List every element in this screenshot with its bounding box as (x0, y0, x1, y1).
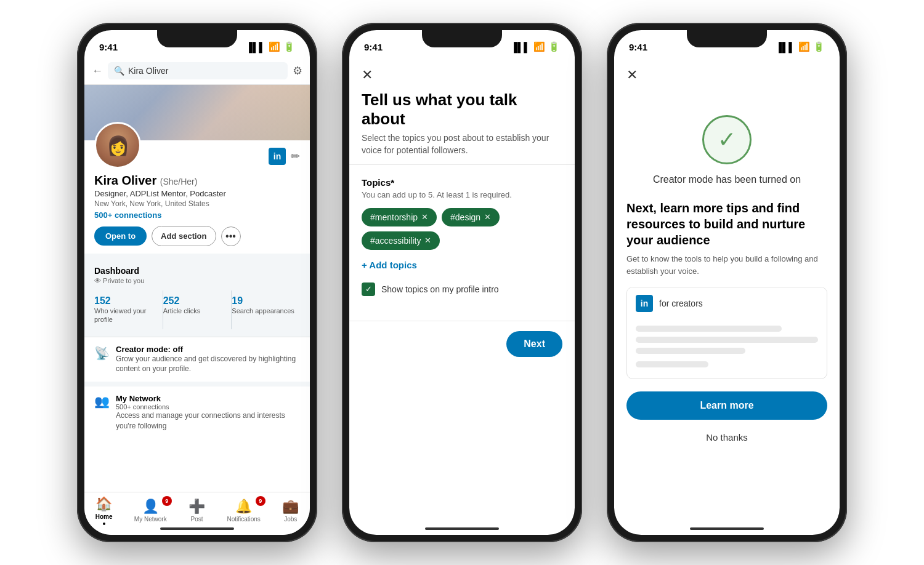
stat-number-2: 252 (163, 295, 232, 307)
back-button[interactable]: ← (92, 65, 103, 78)
success-icon: ✓ (702, 115, 752, 164)
tag-design-label: #design (450, 212, 480, 222)
learn-more-button[interactable]: Learn more (626, 391, 827, 420)
time-3: 9:41 (629, 42, 647, 52)
profile-name: Kira Oliver (She/Her) (94, 174, 300, 188)
network-subtitle: 500+ connections (116, 403, 300, 411)
topics-tags: #mentorship ✕ #design ✕ #accessibility ✕ (362, 208, 562, 250)
profile-title: Designer, ADPList Mentor, Podcaster (94, 189, 300, 198)
profile-connections[interactable]: 500+ connections (94, 210, 300, 220)
notch-3 (687, 30, 767, 47)
home-indicator-1 (160, 527, 234, 530)
success-message: Creator mode has been turned on (626, 174, 827, 185)
more-options-button[interactable]: ••• (221, 226, 241, 246)
tag-accessibility-remove[interactable]: ✕ (424, 236, 431, 245)
phone-3: 9:41 ▐▌▌ 📶 🔋 ✕ ✓ Creator mode has been t… (607, 23, 847, 542)
stat-article-clicks[interactable]: 252 Article clicks (163, 291, 232, 329)
topics-modal-subtitle: Select the topics you post about to esta… (362, 132, 562, 156)
linkedin-badge: in (269, 148, 286, 165)
network-desc: Access and manage your connections and i… (116, 411, 300, 431)
home-indicator-2 (425, 527, 499, 530)
wifi-icon: 📶 (269, 41, 280, 52)
tag-mentorship[interactable]: #mentorship ✕ (362, 208, 437, 226)
home-indicator-3 (690, 527, 764, 530)
next-button[interactable]: Next (506, 331, 562, 357)
avatar: 👩 (94, 122, 141, 169)
skeleton-line-3 (636, 348, 745, 354)
resource-card: in for creators (626, 287, 827, 379)
show-topics-row[interactable]: ✓ Show topics on my profile intro (362, 282, 562, 296)
creator-mode-icon: 📡 (94, 346, 110, 361)
search-input-wrapper[interactable]: 🔍 Kira Oliver (108, 62, 288, 79)
profile-pronouns: (She/Her) (160, 177, 198, 186)
dashboard-subtitle: 👁 Private to you (94, 277, 300, 284)
wifi-icon-2: 📶 (533, 41, 545, 52)
open-to-button[interactable]: Open to (94, 226, 147, 246)
stat-label-3: Search appearances (232, 307, 300, 315)
edit-icon[interactable]: ✏ (291, 150, 300, 163)
topics-modal-title: Tell us what you talk about (362, 90, 562, 129)
settings-icon[interactable]: ⚙ (293, 64, 302, 78)
search-input[interactable]: Kira Oliver (128, 66, 168, 76)
skeleton-line-1 (636, 326, 782, 332)
signal-icon-2: ▐▌▌ (511, 42, 530, 52)
battery-icon-2: 🔋 (548, 41, 560, 52)
stat-label-2: Article clicks (163, 307, 232, 315)
battery-icon-3: 🔋 (813, 41, 825, 52)
show-topics-checkbox[interactable]: ✓ (362, 282, 375, 296)
notch-2 (422, 30, 502, 47)
dashboard-title: Dashboard (94, 266, 300, 276)
network-title: My Network (116, 394, 300, 403)
creator-mode-desc: Grow your audience and get discovered by… (116, 354, 300, 375)
stats-row: 152 Who viewed your profile 252 Article … (94, 291, 300, 329)
signal-icon: ▐▌▌ (246, 42, 265, 52)
tag-mentorship-remove[interactable]: ✕ (421, 212, 428, 222)
add-section-button[interactable]: Add section (152, 226, 216, 246)
creator-mode-title: Creator mode: off (116, 345, 300, 354)
topics-modal-body: Topics* You can add up to 5. At least 1 … (349, 165, 575, 321)
tag-design[interactable]: #design ✕ (442, 208, 500, 226)
linkedin-badge-small: in (636, 295, 653, 312)
tag-accessibility-label: #accessibility (370, 236, 421, 246)
topics-label: Topics* (362, 177, 562, 188)
signal-icon-3: ▐▌▌ (776, 42, 795, 52)
close-button-2[interactable]: ✕ (362, 67, 373, 82)
profile-section: 👩 in ✏ Kira Oliver (She/Her) Designer, A… (84, 122, 310, 258)
no-thanks-button[interactable]: No thanks (626, 428, 827, 446)
stat-number-3: 19 (232, 295, 300, 307)
tag-design-remove[interactable]: ✕ (484, 212, 491, 222)
creator-on-header: ✕ (614, 57, 840, 90)
learn-more-title: Next, learn more tips and find resources… (626, 200, 827, 248)
resource-label: for creators (659, 299, 703, 308)
show-topics-label: Show topics on my profile intro (381, 284, 499, 294)
tag-accessibility[interactable]: #accessibility ✕ (362, 231, 440, 250)
close-button-3[interactable]: ✕ (626, 67, 638, 82)
skeleton-line-2 (636, 337, 818, 343)
learn-more-desc: Get to know the tools to help you build … (626, 253, 827, 277)
time-1: 9:41 (99, 42, 118, 52)
stat-number-1: 152 (94, 295, 163, 307)
battery-icon: 🔋 (283, 41, 295, 52)
add-topics-button[interactable]: + Add topics (362, 260, 417, 270)
notch-1 (157, 30, 237, 47)
skeleton-line-4 (636, 361, 708, 367)
creator-mode-section[interactable]: 📡 Creator mode: off Grow your audience a… (84, 337, 310, 387)
wifi-icon-3: 📶 (798, 41, 810, 52)
search-bar: ← 🔍 Kira Oliver ⚙ (84, 57, 310, 85)
stat-search-appearances[interactable]: 19 Search appearances (232, 291, 300, 329)
network-icon: 👥 (94, 394, 110, 409)
time-2: 9:41 (364, 42, 383, 52)
phone-2: 9:41 ▐▌▌ 📶 🔋 ✕ Tell us what you talk abo… (342, 23, 582, 542)
topics-modal-header: ✕ Tell us what you talk about Select the… (349, 57, 575, 165)
topics-modal-footer: Next (349, 321, 575, 367)
topics-hint: You can add up to 5. At least 1 is requi… (362, 190, 562, 199)
dashboard-section: Dashboard 👁 Private to you 152 Who viewe… (84, 258, 310, 337)
search-icon: 🔍 (114, 66, 124, 76)
tag-mentorship-label: #mentorship (370, 212, 418, 222)
stat-who-viewed[interactable]: 152 Who viewed your profile (94, 291, 163, 329)
phone-1: 9:41 ▐▌▌ 📶 🔋 ← 🔍 Kira Oliver ⚙ (77, 23, 317, 542)
creator-on-body: ✓ Creator mode has been turned on Next, … (614, 90, 840, 459)
stat-label-1: Who viewed your profile (94, 307, 163, 324)
profile-location: New York, New York, United States (94, 199, 300, 208)
my-network-section[interactable]: 👥 My Network 500+ connections Access and… (84, 387, 310, 439)
